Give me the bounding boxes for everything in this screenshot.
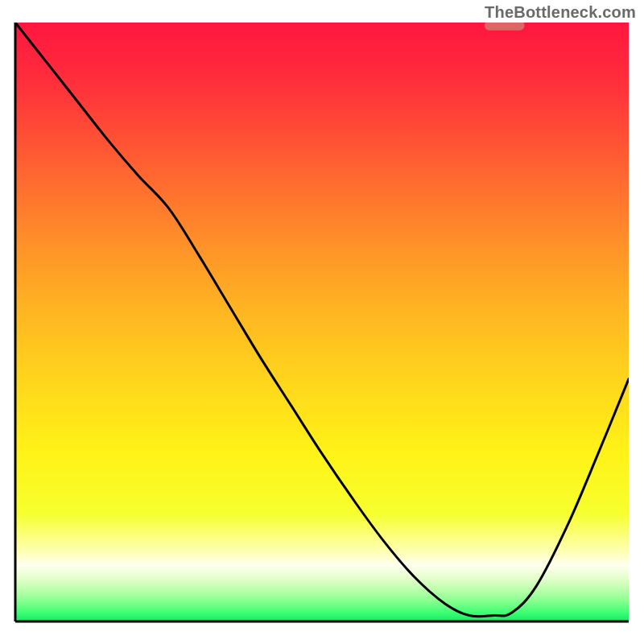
bottleneck-chart: [0, 0, 644, 644]
optimal-marker: [485, 21, 525, 31]
gradient-background: [15, 23, 629, 621]
